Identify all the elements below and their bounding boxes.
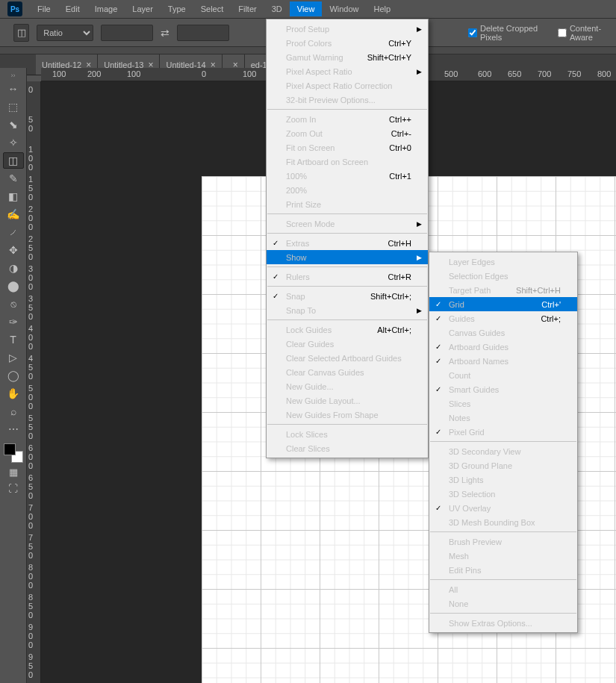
tool-button[interactable]: ◧ — [3, 188, 24, 205]
swap-dimensions-icon[interactable]: ⇄ — [161, 27, 169, 39]
tool-button[interactable]: ✑ — [3, 314, 24, 330]
content-aware-label: Content-Aware — [570, 24, 616, 42]
menu-3d[interactable]: 3D — [264, 1, 290, 16]
menu-shortcut: Ctrl+- — [391, 129, 411, 138]
menu-item[interactable]: Show▶ — [267, 250, 428, 264]
menu-item[interactable]: Print Size — [267, 197, 428, 211]
delete-cropped-check-input[interactable] — [468, 28, 477, 37]
crop-width-input[interactable] — [101, 25, 153, 41]
content-aware-check-input[interactable] — [558, 28, 567, 37]
menu-item[interactable]: None — [429, 596, 577, 611]
menu-separator — [430, 441, 576, 442]
menu-item[interactable]: ✓ExtrasCtrl+H — [267, 236, 428, 250]
menu-item-label: Clear Selected Artboard Guides — [286, 354, 402, 363]
tool-button[interactable]: ✥ — [3, 242, 24, 258]
menu-file[interactable]: File — [30, 1, 58, 16]
menu-item-label: Screen Mode — [286, 219, 335, 228]
color-swatch[interactable] — [4, 443, 23, 463]
ruler-tick: 550 — [28, 414, 33, 440]
menu-item[interactable]: Show Extras Options... — [429, 616, 577, 630]
screen-mode-icon[interactable]: ⛶ — [3, 481, 24, 496]
tool-button[interactable]: ▷ — [3, 349, 24, 366]
menu-item[interactable]: ✓Pixel Grid — [429, 425, 577, 439]
crop-height-input[interactable] — [177, 25, 229, 41]
tool-button[interactable]: ✍ — [3, 206, 24, 222]
menu-item[interactable]: Proof ColorsCtrl+Y — [267, 36, 428, 50]
menu-item[interactable]: Slices — [429, 396, 577, 411]
menu-item[interactable]: ✓Artboard Names — [429, 354, 577, 368]
menu-item[interactable]: 100%Ctrl+1 — [267, 169, 428, 183]
tool-button[interactable]: ◑ — [3, 260, 24, 276]
menu-item[interactable]: New Guide Layout... — [267, 393, 428, 408]
tool-button[interactable]: ↔ — [3, 81, 24, 97]
collapse-icon[interactable]: ›› — [11, 72, 16, 79]
tool-button[interactable]: ◯ — [3, 367, 24, 384]
crop-tool-icon[interactable]: ◫ — [13, 24, 29, 42]
ruler-tick: 0 — [28, 85, 33, 94]
ruler-tick: 500 — [28, 384, 33, 411]
menu-separator — [430, 579, 576, 580]
ruler-tick: 700 — [28, 503, 33, 530]
menu-item[interactable]: ✓Smart Guides — [429, 382, 577, 396]
menu-item[interactable]: ✓RulersCtrl+R — [267, 269, 428, 284]
menu-item-label: New Guide Layout... — [286, 396, 361, 405]
menu-select[interactable]: Select — [193, 1, 231, 16]
tool-button[interactable]: ⌕ — [3, 403, 24, 420]
foreground-swatch[interactable] — [4, 443, 16, 455]
menu-view[interactable]: View — [290, 1, 323, 16]
menu-item[interactable]: New Guide... — [267, 379, 428, 393]
menu-item-label: Clear Canvas Guides — [286, 368, 364, 377]
tool-button[interactable]: ⬤ — [3, 278, 24, 294]
menu-item[interactable]: Layer Edges — [429, 255, 577, 269]
menu-window[interactable]: Window — [322, 1, 366, 16]
menu-item[interactable]: Proof Setup▶ — [267, 22, 428, 36]
tool-button[interactable]: ✧ — [3, 134, 24, 151]
menu-type[interactable]: Type — [161, 1, 193, 16]
menu-edit[interactable]: Edit — [58, 1, 87, 16]
content-aware-checkbox[interactable]: Content-Aware — [558, 24, 616, 42]
menu-layer[interactable]: Layer — [125, 1, 161, 16]
menu-shortcut: Ctrl+H — [388, 239, 411, 248]
menu-item[interactable]: Snap To▶ — [267, 303, 428, 317]
menu-item[interactable]: ✓UV Overlay — [429, 501, 577, 515]
menu-item[interactable]: All — [429, 582, 577, 596]
menu-filter[interactable]: Filter — [231, 1, 264, 16]
ruler-tick: 900 — [28, 623, 33, 649]
menu-item: Clear Guides — [267, 337, 428, 351]
check-icon: ✓ — [273, 239, 279, 247]
tool-button[interactable]: ◫ — [3, 152, 24, 169]
tool-button[interactable]: ✋ — [3, 385, 24, 402]
chevron-right-icon: ▶ — [417, 307, 422, 314]
menu-item[interactable]: ✓Artboard Guides — [429, 340, 577, 354]
menu-item[interactable]: Gamut WarningShift+Ctrl+Y — [267, 50, 428, 64]
quick-mask-icon[interactable]: ▦ — [3, 464, 24, 479]
tool-button[interactable]: ⟋ — [3, 224, 24, 240]
tool-button[interactable]: ✎ — [3, 170, 24, 187]
menu-item[interactable]: Lock GuidesAlt+Ctrl+; — [267, 322, 428, 337]
menu-item[interactable]: Fit on ScreenCtrl+0 — [267, 140, 428, 155]
menu-item[interactable]: Lock Slices — [267, 427, 428, 441]
delete-cropped-checkbox[interactable]: Delete Cropped Pixels — [468, 24, 550, 42]
menu-item[interactable]: ✓GridCtrl+' — [429, 297, 577, 311]
menu-item: Target PathShift+Ctrl+H — [429, 283, 577, 297]
tool-more[interactable]: ⋯ — [3, 421, 24, 437]
aspect-ratio-select[interactable]: Ratio — [37, 25, 93, 41]
menu-item[interactable]: Zoom InCtrl++ — [267, 112, 428, 126]
tool-button[interactable]: T — [3, 331, 24, 348]
tool-button[interactable]: ⬚ — [3, 99, 24, 115]
menu-item[interactable]: Screen Mode▶ — [267, 216, 428, 231]
menu-shortcut: Ctrl+0 — [389, 143, 411, 152]
menu-help[interactable]: Help — [367, 1, 399, 16]
ruler-vertical[interactable]: 0501001502002503003504004505005506006507… — [27, 81, 41, 683]
menu-item[interactable]: Zoom OutCtrl+- — [267, 126, 428, 140]
menu-item[interactable]: 200% — [267, 183, 428, 197]
tool-button[interactable]: ⬊ — [3, 116, 24, 133]
menu-item-label: Notes — [449, 414, 470, 422]
menu-image[interactable]: Image — [87, 1, 125, 16]
menu-item[interactable]: ✓GuidesCtrl+; — [429, 311, 577, 325]
menu-item[interactable]: Pixel Aspect Ratio▶ — [267, 64, 428, 78]
menu-item[interactable]: ✓SnapShift+Ctrl+; — [267, 289, 428, 303]
tool-panel: ››↔⬚⬊✧◫✎◧✍⟋✥◑⬤⍉✑T▷◯✋⌕⋯▦⛶ — [0, 68, 27, 683]
tool-button[interactable]: ⍉ — [3, 296, 24, 312]
menu-shortcut: Shift+Ctrl+; — [370, 292, 411, 301]
